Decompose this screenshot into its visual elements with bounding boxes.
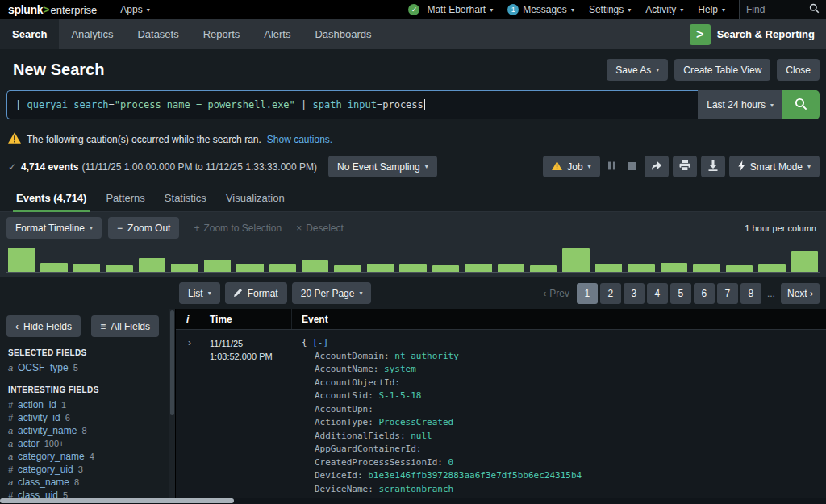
field-item-activity-id[interactable]: #activity_id6 bbox=[6, 411, 165, 424]
apps-menu[interactable]: Apps ▾ bbox=[113, 0, 156, 19]
health-check-icon[interactable]: ✓ bbox=[408, 4, 419, 15]
result-tab-patterns[interactable]: Patterns bbox=[96, 185, 154, 211]
user-menu[interactable]: Matt Eberhart ▾ bbox=[419, 0, 500, 19]
timeline-bar[interactable] bbox=[236, 264, 263, 272]
help-menu[interactable]: Help ▾ bbox=[690, 0, 732, 19]
close-button[interactable]: Close bbox=[777, 59, 820, 81]
appbar-tab-dashboards[interactable]: Dashboards bbox=[302, 19, 383, 49]
field-item-category-name[interactable]: acategory_name4 bbox=[6, 450, 165, 463]
find-search-input[interactable]: Find bbox=[739, 0, 826, 19]
timeline-bar[interactable] bbox=[367, 264, 394, 272]
timeline-bar[interactable] bbox=[530, 265, 557, 272]
show-cautions-link[interactable]: Show cautions. bbox=[267, 134, 332, 145]
field-name-link[interactable]: category_name bbox=[18, 450, 85, 463]
appbar-tab-analytics[interactable]: Analytics bbox=[59, 19, 125, 49]
list-view-button[interactable]: List ▾ bbox=[179, 282, 220, 304]
format-timeline-button[interactable]: Format Timeline ▾ bbox=[6, 217, 102, 239]
activity-menu[interactable]: Activity ▾ bbox=[638, 0, 690, 19]
timeline-bar[interactable] bbox=[399, 264, 426, 272]
timeline-bar[interactable] bbox=[334, 265, 361, 272]
timeline-bar[interactable] bbox=[498, 264, 524, 272]
field-item-actor[interactable]: aactor100+ bbox=[6, 437, 165, 450]
timeline-bar[interactable] bbox=[562, 248, 589, 272]
timeline-bar[interactable] bbox=[791, 251, 818, 272]
page-7-button[interactable]: 7 bbox=[717, 283, 738, 304]
timeline-bar[interactable] bbox=[40, 263, 67, 272]
timeline-bar[interactable] bbox=[269, 264, 296, 272]
timeline-bar[interactable] bbox=[139, 258, 165, 272]
timeline-bar[interactable] bbox=[8, 248, 35, 272]
share-button[interactable] bbox=[645, 156, 669, 177]
page-1-button[interactable]: 1 bbox=[577, 283, 598, 304]
field-item-ocsf-type[interactable]: aOCSF_type5 bbox=[6, 361, 165, 374]
horizontal-scrollbar[interactable] bbox=[0, 498, 826, 504]
per-page-button[interactable]: 20 Per Page ▾ bbox=[292, 282, 372, 304]
current-app[interactable]: > Search & Reporting bbox=[690, 19, 826, 49]
timeline-bar[interactable] bbox=[171, 264, 198, 272]
field-item-class-uid[interactable]: #class_uid5 bbox=[6, 489, 165, 498]
settings-menu[interactable]: Settings ▾ bbox=[582, 0, 638, 19]
timeline-bar[interactable] bbox=[661, 263, 687, 272]
field-name-link[interactable]: action_id bbox=[18, 398, 56, 411]
timeline-bar[interactable] bbox=[73, 264, 100, 272]
horizontal-scrollbar-thumb[interactable] bbox=[0, 498, 234, 503]
sidebar-scrollbar-thumb[interactable] bbox=[170, 310, 174, 415]
export-button[interactable] bbox=[701, 156, 725, 177]
search-mode-button[interactable]: Smart Mode ▾ bbox=[729, 156, 820, 177]
save-as-button[interactable]: Save As ▾ bbox=[607, 59, 668, 81]
zoom-out-button[interactable]: − Zoom Out bbox=[108, 217, 179, 239]
splunk-logo[interactable]: splunk>enterprise bbox=[8, 3, 97, 16]
page-6-button[interactable]: 6 bbox=[694, 283, 715, 304]
timeline-bar[interactable] bbox=[628, 264, 654, 272]
field-name-link[interactable]: category_uid bbox=[18, 463, 73, 476]
field-name-link[interactable]: class_uid bbox=[18, 489, 58, 498]
timeline-bar[interactable] bbox=[693, 264, 720, 272]
page-5-button[interactable]: 5 bbox=[670, 283, 691, 304]
appbar-tab-search[interactable]: Search bbox=[0, 19, 59, 49]
appbar-tab-alerts[interactable]: Alerts bbox=[252, 19, 302, 49]
create-table-view-button[interactable]: Create Table View bbox=[674, 59, 770, 81]
hide-fields-button[interactable]: ‹ Hide Fields bbox=[6, 315, 81, 337]
timeline-bar[interactable] bbox=[758, 264, 785, 272]
timeline-bar[interactable] bbox=[302, 260, 328, 272]
timeline-bar[interactable] bbox=[106, 265, 132, 272]
field-item-category-uid[interactable]: #category_uid3 bbox=[6, 463, 165, 476]
field-item-activity-name[interactable]: aactivity_name8 bbox=[6, 424, 165, 437]
all-fields-button[interactable]: ≡ All Fields bbox=[91, 315, 159, 337]
timeline-bar[interactable] bbox=[465, 264, 491, 272]
field-name-link[interactable]: OCSF_type bbox=[18, 361, 69, 374]
result-tab-visualization[interactable]: Visualization bbox=[216, 185, 294, 211]
sidebar-scrollbar[interactable] bbox=[169, 309, 175, 498]
result-tab-statistics[interactable]: Statistics bbox=[155, 185, 216, 211]
field-name-link[interactable]: activity_name bbox=[18, 424, 77, 437]
page-2-button[interactable]: 2 bbox=[600, 283, 621, 304]
appbar-tab-reports[interactable]: Reports bbox=[191, 19, 252, 49]
time-range-picker[interactable]: Last 24 hours ▾ bbox=[698, 90, 782, 119]
appbar-tab-datasets[interactable]: Datasets bbox=[125, 19, 190, 49]
format-results-button[interactable]: Format bbox=[225, 282, 287, 304]
field-item-class-name[interactable]: aclass_name8 bbox=[6, 476, 165, 489]
page-8-button[interactable]: 8 bbox=[740, 283, 761, 304]
event-expander[interactable]: › bbox=[176, 330, 206, 498]
result-tab-events-4-714[interactable]: Events (4,714) bbox=[6, 185, 96, 211]
job-menu-button[interactable]: Job ▾ bbox=[543, 156, 599, 177]
timeline-bar[interactable] bbox=[204, 260, 231, 272]
search-submit-button[interactable] bbox=[782, 90, 820, 119]
page-3-button[interactable]: 3 bbox=[624, 283, 645, 304]
timeline-bar[interactable] bbox=[726, 265, 753, 272]
next-page-button[interactable]: Next › bbox=[781, 283, 820, 304]
page-4-button[interactable]: 4 bbox=[647, 283, 668, 304]
event-sampling-button[interactable]: No Event Sampling ▾ bbox=[328, 156, 437, 177]
field-name-link[interactable]: activity_id bbox=[18, 411, 60, 424]
timeline-bar[interactable] bbox=[432, 265, 459, 272]
stop-button[interactable] bbox=[624, 156, 640, 177]
field-name-link[interactable]: actor bbox=[18, 437, 40, 450]
timeline-bar[interactable] bbox=[595, 264, 622, 272]
print-button[interactable] bbox=[673, 156, 697, 177]
messages-menu[interactable]: 1 Messages ▾ bbox=[500, 0, 582, 19]
field-name-link[interactable]: class_name bbox=[18, 476, 69, 489]
search-query-input[interactable]: | queryai search="process_name = powersh… bbox=[6, 90, 698, 119]
field-item-action-id[interactable]: #action_id1 bbox=[6, 398, 165, 411]
json-collapse-toggle[interactable]: [-] bbox=[312, 337, 328, 348]
pause-button[interactable] bbox=[604, 156, 620, 177]
